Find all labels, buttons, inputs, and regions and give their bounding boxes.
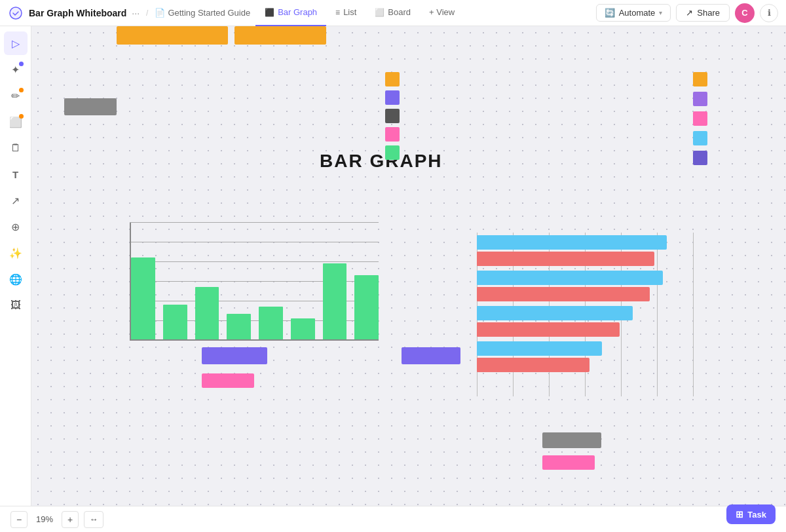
info-button[interactable]: ℹ bbox=[760, 4, 778, 22]
legend-purple bbox=[385, 90, 400, 105]
pen-icon: ✏ bbox=[11, 90, 20, 102]
v-bar-4 bbox=[227, 314, 251, 339]
right-chart-orange-bar bbox=[117, 26, 221, 45]
sidebar-item-magic[interactable]: ✨ bbox=[4, 241, 28, 265]
sidebar-item-line[interactable]: ↗ bbox=[4, 189, 28, 212]
v-grid-6 bbox=[693, 233, 694, 396]
right-chart-legend bbox=[693, 72, 707, 165]
h-bar-blue-2 bbox=[477, 271, 663, 285]
h-bar-blue-4 bbox=[477, 341, 602, 356]
breadcrumb-doc-icon: 📄 bbox=[155, 8, 165, 18]
tab-bar-graph-label: Bar Graph bbox=[278, 7, 317, 17]
zoom-out-button[interactable]: − bbox=[10, 511, 28, 528]
purple-bar-middle bbox=[402, 347, 460, 364]
topbar: Bar Graph Whiteboard ··· / 📄 Getting Sta… bbox=[0, 0, 786, 26]
task-button[interactable]: ⊞ Task bbox=[726, 504, 776, 524]
chart-main-title: BAR GRAPH bbox=[320, 151, 443, 172]
legend-dark bbox=[385, 109, 400, 123]
board-tab-icon: ⬜ bbox=[375, 8, 384, 17]
share-button[interactable]: ↗ Share bbox=[676, 4, 730, 22]
topbar-left: Bar Graph Whiteboard ··· / 📄 Getting Sta… bbox=[8, 5, 250, 21]
zoom-level: 19% bbox=[33, 514, 56, 524]
horizontal-bar-chart bbox=[457, 200, 693, 403]
h-bar-red-4 bbox=[477, 358, 590, 372]
image-icon: 🖼 bbox=[10, 299, 21, 311]
whiteboard-content: BAR GRAPH bbox=[31, 26, 786, 506]
project-title: Bar Graph Whiteboard bbox=[29, 8, 126, 18]
share-icon: ↗ bbox=[686, 8, 693, 18]
tab-bar-graph[interactable]: ⬛ Bar Graph bbox=[255, 0, 326, 26]
task-label: Task bbox=[747, 510, 766, 520]
bottombar: − 19% + ↔ bbox=[0, 506, 786, 532]
h-bar-red-2 bbox=[477, 287, 650, 301]
v-bar-5 bbox=[259, 307, 283, 339]
user-initial: C bbox=[741, 8, 747, 18]
purple-bar-below-left bbox=[202, 347, 267, 364]
sidebar-item-shape[interactable]: ⬜ bbox=[4, 110, 28, 134]
app-icon bbox=[8, 5, 24, 21]
legend-r-purple bbox=[693, 92, 707, 106]
v-chart-bars bbox=[130, 223, 379, 341]
tab-add-view[interactable]: + View bbox=[420, 0, 464, 26]
tab-add-view-label: + View bbox=[429, 7, 455, 17]
h-chart-container bbox=[457, 233, 693, 396]
automate-label: Automate bbox=[619, 8, 656, 18]
sidebar-item-pen[interactable]: ✏ bbox=[4, 84, 28, 107]
user-avatar[interactable]: C bbox=[735, 3, 755, 23]
sidebar-item-text[interactable]: T bbox=[4, 162, 28, 186]
h-bar-row-2 bbox=[477, 271, 693, 301]
left-chart-orange-bar-2 bbox=[234, 26, 326, 45]
sidebar-item-image[interactable]: 🖼 bbox=[4, 294, 28, 317]
sidebar: ▷ ✦ ✏ ⬜ 🗒 T ↗ ⊕ ✨ 🌐 🖼 bbox=[0, 26, 31, 532]
legend-r-orange bbox=[693, 72, 707, 86]
h-bar-red-1 bbox=[477, 252, 654, 266]
legend-r-dpurple bbox=[693, 151, 707, 165]
list-tab-icon: ≡ bbox=[335, 8, 340, 17]
tab-list-label: List bbox=[343, 7, 356, 17]
h-bar-row-3 bbox=[477, 306, 693, 337]
tab-list[interactable]: ≡ List bbox=[326, 0, 365, 26]
zoom-in-icon: + bbox=[67, 514, 73, 525]
zoom-in-button[interactable]: + bbox=[62, 511, 79, 528]
automate-dropdown-icon: ▾ bbox=[659, 9, 662, 16]
pink-bar-right bbox=[542, 455, 595, 470]
breadcrumb-dots[interactable]: ··· bbox=[132, 8, 140, 18]
task-grid-icon: ⊞ bbox=[736, 509, 743, 520]
fit-to-screen-button[interactable]: ↔ bbox=[84, 511, 103, 528]
h-bar-row-4 bbox=[477, 341, 693, 372]
v-bar-6 bbox=[291, 318, 315, 339]
info-icon: ℹ bbox=[768, 8, 771, 18]
sidebar-item-cursor[interactable]: ▷ bbox=[4, 31, 28, 55]
note-icon: 🗒 bbox=[10, 142, 21, 154]
shape-dot bbox=[19, 114, 24, 119]
sidebar-item-note[interactable]: 🗒 bbox=[4, 136, 28, 160]
h-bar-blue-3 bbox=[477, 306, 633, 320]
legend-green bbox=[385, 145, 400, 160]
sidebar-item-globe[interactable]: 🌐 bbox=[4, 267, 28, 291]
topbar-tabs: ⬛ Bar Graph ≡ List ⬜ Board + View bbox=[255, 0, 464, 26]
globe-icon: 🌐 bbox=[9, 273, 22, 286]
legend-orange bbox=[385, 72, 400, 86]
automate-button[interactable]: 🔄 Automate ▾ bbox=[596, 4, 671, 22]
h-bar-red-3 bbox=[477, 322, 620, 337]
pen-dot bbox=[19, 88, 24, 92]
sidebar-item-connect[interactable]: ⊕ bbox=[4, 215, 28, 238]
cursor-icon: ▷ bbox=[12, 37, 20, 50]
v-bar-7 bbox=[323, 263, 347, 339]
paint-icon: ✦ bbox=[11, 64, 20, 76]
legend-pink bbox=[385, 127, 400, 142]
tab-board[interactable]: ⬜ Board bbox=[365, 0, 420, 26]
canvas[interactable]: BAR GRAPH bbox=[31, 26, 786, 506]
v-bar-8 bbox=[354, 275, 379, 339]
breadcrumb-item[interactable]: 📄 Getting Started Guide bbox=[155, 8, 250, 18]
tab-board-label: Board bbox=[388, 7, 411, 17]
v-bar-2 bbox=[163, 305, 187, 339]
h-bar-blue-1 bbox=[477, 235, 667, 250]
pink-bar-below-left bbox=[202, 373, 254, 388]
sidebar-item-paint[interactable]: ✦ bbox=[4, 58, 28, 81]
gray-bar-right bbox=[542, 432, 601, 448]
legend-r-pink bbox=[693, 111, 707, 126]
magic-icon: ✨ bbox=[9, 247, 22, 259]
topbar-right: 🔄 Automate ▾ ↗ Share C ℹ bbox=[596, 3, 778, 23]
bar-graph-tab-icon: ⬛ bbox=[265, 8, 274, 17]
